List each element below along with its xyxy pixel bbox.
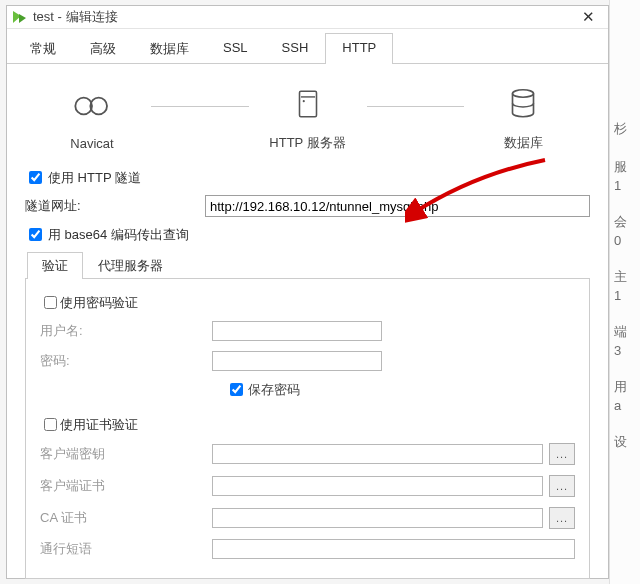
bg-text: 设 bbox=[614, 433, 640, 451]
base64-row: 用 base64 编码传出查询 bbox=[25, 221, 590, 248]
bg-text: 杉 bbox=[614, 120, 640, 138]
tab-database[interactable]: 数据库 bbox=[133, 33, 206, 64]
tunnel-url-label: 隧道网址: bbox=[25, 197, 205, 215]
window-title: test - 编辑连接 bbox=[33, 8, 574, 26]
username-input[interactable] bbox=[212, 321, 382, 341]
base64-label: 用 base64 编码传出查询 bbox=[48, 226, 189, 244]
navicat-icon bbox=[70, 84, 114, 128]
sub-tabs: 验证 代理服务器 bbox=[25, 252, 590, 279]
bg-text: 1 bbox=[614, 288, 640, 303]
use-cert-label: 使用证书验证 bbox=[60, 416, 138, 434]
database-label: 数据库 bbox=[504, 134, 543, 152]
client-cert-input[interactable] bbox=[212, 476, 543, 496]
ca-cert-input[interactable] bbox=[212, 508, 543, 528]
database-node: 数据库 bbox=[468, 82, 578, 152]
use-tunnel-checkbox[interactable] bbox=[29, 171, 42, 184]
form-area: 使用 HTTP 隧道 隧道网址: 用 base64 编码传出查询 验证 代理服务… bbox=[7, 160, 608, 584]
use-password-checkbox[interactable] bbox=[44, 296, 57, 309]
bg-text: 1 bbox=[614, 178, 640, 193]
server-icon bbox=[286, 82, 330, 126]
bg-text: 服 bbox=[614, 158, 640, 176]
titlebar: test - 编辑连接 ✕ bbox=[7, 6, 608, 29]
httpserver-node: HTTP 服务器 bbox=[253, 82, 363, 152]
ca-cert-browse-button[interactable]: ... bbox=[549, 507, 575, 529]
bg-text: 主 bbox=[614, 268, 640, 286]
tunnel-url-row: 隧道网址: bbox=[25, 191, 590, 221]
tab-http[interactable]: HTTP bbox=[325, 33, 393, 64]
bg-text: 会 bbox=[614, 213, 640, 231]
password-label: 密码: bbox=[40, 352, 212, 370]
httpserver-label: HTTP 服务器 bbox=[269, 134, 345, 152]
use-tunnel-label: 使用 HTTP 隧道 bbox=[48, 169, 141, 187]
base64-checkbox[interactable] bbox=[29, 228, 42, 241]
navicat-label: Navicat bbox=[70, 136, 113, 151]
svg-point-5 bbox=[513, 90, 534, 98]
database-icon bbox=[501, 82, 545, 126]
use-tunnel-row: 使用 HTTP 隧道 bbox=[25, 164, 590, 191]
client-cert-label: 客户端证书 bbox=[40, 477, 212, 495]
client-key-label: 客户端密钥 bbox=[40, 445, 212, 463]
connection-diagram: Navicat HTTP 服务器 数据库 bbox=[7, 64, 608, 160]
bg-text: 端 bbox=[614, 323, 640, 341]
app-logo-icon bbox=[11, 9, 27, 25]
tab-advanced[interactable]: 高级 bbox=[73, 33, 133, 64]
bg-text: a bbox=[614, 398, 640, 413]
save-password-checkbox[interactable] bbox=[230, 383, 243, 396]
bg-text: 用 bbox=[614, 378, 640, 396]
svg-rect-2 bbox=[299, 91, 316, 117]
dialog-window: test - 编辑连接 ✕ 常规 高级 数据库 SSL SSH HTTP Nav… bbox=[6, 5, 609, 579]
subtab-proxy[interactable]: 代理服务器 bbox=[83, 252, 178, 279]
use-password-label: 使用密码验证 bbox=[60, 294, 138, 312]
connector-line bbox=[367, 106, 465, 107]
save-password-label: 保存密码 bbox=[248, 381, 300, 399]
tab-ssh[interactable]: SSH bbox=[265, 33, 326, 64]
background-panel: 杉 服 1 会 0 主 1 端 3 用 a 设 bbox=[609, 0, 640, 584]
password-input[interactable] bbox=[212, 351, 382, 371]
tab-general[interactable]: 常规 bbox=[13, 33, 73, 64]
svg-point-4 bbox=[302, 100, 304, 102]
bg-text: 3 bbox=[614, 343, 640, 358]
passphrase-input[interactable] bbox=[212, 539, 575, 559]
connector-line bbox=[151, 106, 249, 107]
use-cert-checkbox[interactable] bbox=[44, 418, 57, 431]
tunnel-url-input[interactable] bbox=[205, 195, 590, 217]
subtab-auth[interactable]: 验证 bbox=[27, 252, 83, 279]
close-button[interactable]: ✕ bbox=[574, 6, 602, 28]
tab-ssl[interactable]: SSL bbox=[206, 33, 265, 64]
passphrase-label: 通行短语 bbox=[40, 540, 212, 558]
ca-cert-label: CA 证书 bbox=[40, 509, 212, 527]
client-cert-browse-button[interactable]: ... bbox=[549, 475, 575, 497]
main-tabs: 常规 高级 数据库 SSL SSH HTTP bbox=[7, 29, 608, 64]
navicat-node: Navicat bbox=[37, 84, 147, 151]
bg-text: 0 bbox=[614, 233, 640, 248]
auth-panel: 使用密码验证 用户名: 密码: 保存密码 使用证书验证 客户端密钥 .. bbox=[25, 279, 590, 579]
client-key-browse-button[interactable]: ... bbox=[549, 443, 575, 465]
client-key-input[interactable] bbox=[212, 444, 543, 464]
username-label: 用户名: bbox=[40, 322, 212, 340]
